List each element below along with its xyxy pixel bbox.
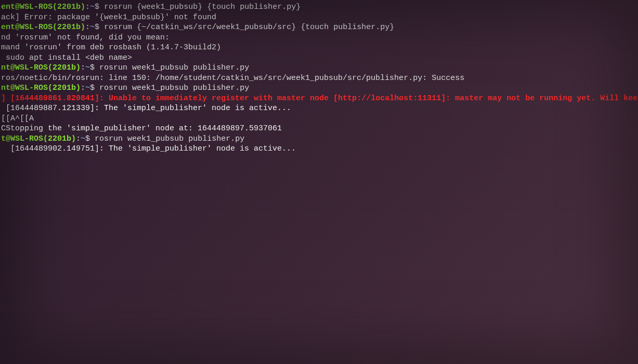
terminal-line: CStopping the 'simple_publisher' node at… <box>0 124 638 134</box>
prompt-host: WSL-ROS(2201b) <box>20 3 85 11</box>
terminal-line: [[A^[[A <box>0 114 638 124</box>
command-text: rosrun week1_pubsub publisher.py <box>95 134 244 143</box>
terminal-line: nt@WSL-ROS(2201b):~$ rosrun week1_pubsub… <box>0 63 638 73</box>
terminal-line: [1644489902.149751]: The 'simple_publish… <box>0 144 638 154</box>
prompt-at: @ <box>10 63 15 72</box>
command-text: rosrun week1_pubsub publisher.py <box>99 84 249 92</box>
prompt-user: nt <box>1 63 10 72</box>
terminal-line: nd 'rosrum' not found, did you mean: <box>0 33 638 43</box>
prompt-path: ~ <box>85 63 90 72</box>
prompt-dollar: $ <box>90 63 99 72</box>
prompt-host: WSL-ROS(2201b) <box>15 63 81 72</box>
prompt-at: @ <box>10 84 15 92</box>
prompt-path: ~ <box>81 134 85 143</box>
command-text: rosrun {week1_pubsub} {touch publisher.p… <box>104 3 301 11</box>
prompt-at: @ <box>6 134 10 143</box>
prompt-colon: : <box>81 84 85 92</box>
terminal-line: t@WSL-ROS(2201b):~$ rosrun week1_pubsub … <box>0 134 638 144</box>
prompt-dollar: $ <box>95 23 104 32</box>
terminal-line: ack] Error: package '{week1_pubsub}' not… <box>0 12 638 23</box>
command-text: rosrum {~/catkin_ws/src/week1_pubsub/src… <box>104 23 394 32</box>
terminal-line: mand 'rosrun' from deb rosbash (1.14.7-3… <box>0 43 638 53</box>
prompt-host: WSL-ROS(2201b) <box>15 84 81 92</box>
prompt-colon: : <box>85 23 90 32</box>
prompt-host: WSL-ROS(2201b) <box>10 134 76 143</box>
terminal-line: ent@WSL-ROS(2201b):~$ rosrum {~/catkin_w… <box>0 22 638 33</box>
prompt-colon: : <box>76 134 81 143</box>
prompt-at: @ <box>15 3 20 11</box>
terminal-line: sudo apt install <deb name> <box>0 53 638 63</box>
prompt-user: ent <box>1 23 15 32</box>
prompt-path: ~ <box>85 84 90 92</box>
terminal-line: [1644489887.121339]: The 'simple_publish… <box>0 103 638 114</box>
terminal-line-warning: ] [1644489861.820841]: Unable to immedia… <box>0 93 638 104</box>
prompt-colon: : <box>81 63 85 72</box>
terminal-line: ent@WSL-ROS(2201b):~$ rosrun {week1_pubs… <box>0 2 638 12</box>
prompt-user: t <box>1 134 6 143</box>
warn-timestamp: ] [1644489861.820841]: <box>1 94 104 103</box>
prompt-dollar: $ <box>95 3 104 11</box>
prompt-path: ~ <box>90 23 95 32</box>
prompt-dollar: $ <box>90 84 99 92</box>
prompt-user: nt <box>1 84 10 92</box>
terminal-output[interactable]: ent@WSL-ROS(2201b):~$ rosrun {week1_pubs… <box>0 2 638 154</box>
prompt-colon: : <box>85 3 90 11</box>
prompt-dollar: $ <box>85 134 95 143</box>
command-text: rosrun week1_pubsub publisher.py <box>99 63 249 72</box>
prompt-host: WSL-ROS(2201b) <box>20 23 85 32</box>
terminal-line: nt@WSL-ROS(2201b):~$ rosrun week1_pubsub… <box>0 83 638 93</box>
warn-message: Unable to immediately register with mast… <box>104 94 638 103</box>
terminal-line: ros/noetic/bin/rosrun: line 150: /home/s… <box>0 73 638 84</box>
prompt-at: @ <box>15 23 20 32</box>
prompt-path: ~ <box>90 3 95 11</box>
prompt-user: ent <box>1 3 15 11</box>
